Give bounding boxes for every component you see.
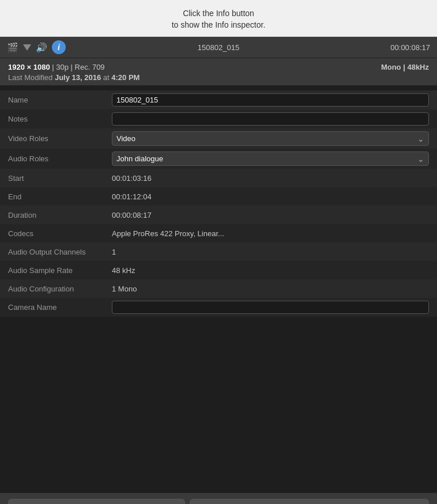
audio-rate-row: Audio Sample Rate 48 kHz [0,261,437,279]
camera-name-value-container [112,301,429,314]
spec-value: | 30p | Rec. 709 [52,63,104,71]
notes-value-container [112,112,429,126]
duration-label: Duration [8,211,112,219]
audio-rate-label: Audio Sample Rate [8,266,112,275]
tooltip-line2: to show the Info inspector. [172,20,266,29]
main-content: Name Notes Video Roles Video Titles B-Ro… [0,86,437,504]
audio-roles-select-wrapper: John dialogue Dialogue Music Effects [112,151,429,166]
speaker-icon[interactable]: 🔊 [36,42,47,53]
end-value: 00:01:12:04 [112,192,429,201]
camera-name-input[interactable] [112,301,429,314]
footer: Basic ∨ Apply Custom Name ∨ [0,492,437,504]
audio-config-row: Audio Configuration 1 Mono [0,279,437,298]
notes-input[interactable] [112,112,429,126]
modified-at: at [103,73,110,82]
codecs-row: Codecs Apple ProRes 422 Proxy, Linear... [0,224,437,242]
camera-name-label: Camera Name [8,303,112,312]
tooltip-line1: Click the Info button [183,9,254,18]
video-roles-row: Video Roles Video Titles B-Roll [0,128,437,149]
meta-bar: 1920 × 1080 | 30p | Rec. 709 Mono | 48kH… [0,58,437,86]
name-row: Name [0,90,437,109]
info-table: Name Notes Video Roles Video Titles B-Ro… [0,86,437,492]
audio-roles-row: Audio Roles John dialogue Dialogue Music… [0,149,437,169]
start-label: Start [8,174,112,183]
duration-value: 00:00:08:17 [112,211,429,219]
audio-channels-label: Audio Output Channels [8,248,112,256]
notes-label: Notes [8,115,112,123]
modified-time: 4:20 PM [111,73,140,82]
start-row: Start 00:01:03:16 [0,169,437,187]
filter-icon[interactable] [23,44,31,51]
toolbar-icons: 🎬 🔊 i [7,40,66,54]
end-label: End [8,192,112,201]
toolbar-time: 00:00:08:17 [390,43,430,52]
audio-roles-label: Audio Roles [8,154,112,163]
notes-row: Notes [0,109,437,128]
audio-spec-value: Mono | 48kHz [381,63,429,71]
video-roles-value-container: Video Titles B-Roll [112,131,429,146]
camera-name-row: Camera Name [0,298,437,317]
audio-channels-row: Audio Output Channels 1 [0,242,437,261]
meta-line2: Last Modified July 13, 2016 at 4:20 PM [8,73,429,82]
basic-button[interactable]: Basic ∨ [8,499,185,504]
duration-row: Duration 00:00:08:17 [0,206,437,224]
video-roles-select-wrapper: Video Titles B-Roll [112,131,429,146]
film-icon[interactable]: 🎬 [7,43,18,52]
resolution-value: 1920 × 1080 [8,63,50,71]
codecs-value: Apple ProRes 422 Proxy, Linear... [112,229,429,238]
codecs-label: Codecs [8,229,112,238]
audio-roles-value-container: John dialogue Dialogue Music Effects [112,151,429,166]
audio-roles-select[interactable]: John dialogue Dialogue Music Effects [112,151,429,166]
modified-date: July 13, 2016 [55,73,101,82]
toolbar: 🎬 🔊 i 150802_015 00:00:08:17 [0,37,437,58]
meta-line1: 1920 × 1080 | 30p | Rec. 709 Mono | 48kH… [8,63,429,71]
audio-rate-value: 48 kHz [112,266,429,275]
end-row: End 00:01:12:04 [0,187,437,206]
audio-config-label: Audio Configuration [8,285,112,293]
audio-config-value: 1 Mono [112,285,429,293]
tooltip-box: Click the Info button to show the Info i… [0,0,437,37]
info-button[interactable]: i [52,40,66,54]
name-label: Name [8,96,112,104]
video-roles-label: Video Roles [8,134,112,143]
apply-custom-name-button[interactable]: Apply Custom Name ∨ [190,499,430,504]
name-input[interactable] [112,93,429,107]
toolbar-title: 150802_015 [198,43,239,52]
audio-channels-value: 1 [112,248,429,256]
modified-label: Last Modified [8,73,52,82]
video-roles-select[interactable]: Video Titles B-Roll [112,131,429,146]
start-value: 00:01:03:16 [112,174,429,183]
name-value-container [112,93,429,107]
